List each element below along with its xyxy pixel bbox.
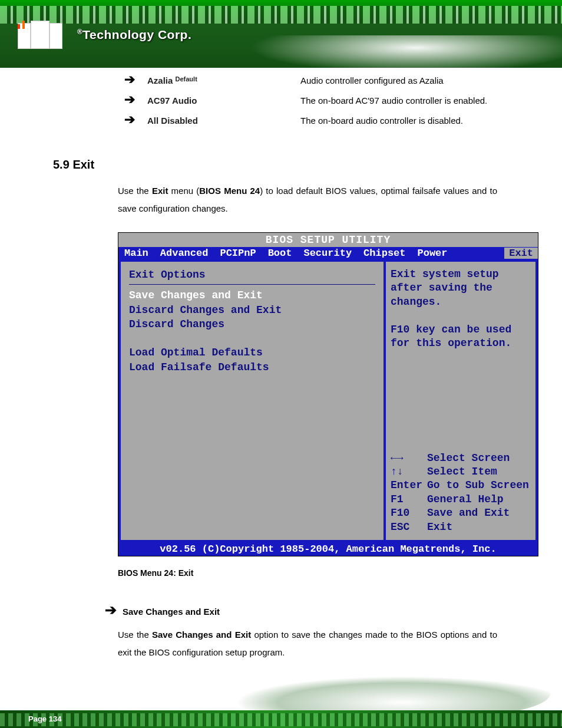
sub-option-heading: ➔ Save Changes and Exit [105,604,509,617]
arrows-lr-icon: ←→ [391,452,427,465]
bios-item-optimal[interactable]: Load Optimal Defaults [129,345,375,360]
option-row-disabled: ➔ All Disabled The on-board audio contro… [124,114,509,126]
sub-option-label: Save Changes and Exit [123,607,220,617]
bios-item-discard[interactable]: Discard Changes [129,317,375,331]
bios-screenshot: BIOS SETUP UTILITY Main Advanced PCIPnP … [118,232,538,556]
bios-menu-pcipnp[interactable]: PCIPnP [214,248,262,259]
header-banner: ®Technology Corp. [0,0,562,68]
logo-text: ®Technology Corp. [77,28,191,42]
figure-caption: BIOS Menu 24: Exit [118,568,509,578]
bios-item-save-exit[interactable]: Save Changes and Exit [129,288,375,302]
bios-help-text: Exit system setup after saving the chang… [391,268,531,350]
section-heading: 5.9 Exit [53,158,509,172]
circuit-decor [0,713,562,726]
option-desc: Audio controller configured as Azalia [300,75,444,85]
bios-blank-row [129,331,375,345]
bios-left-heading: Exit Options [129,268,375,285]
bios-menu-bar: Main Advanced PCIPnP Boot Security Chips… [118,247,538,259]
option-label: Azalia Default [147,75,300,85]
bios-footer: v02.56 (C)Copyright 1985-2004, American … [118,542,538,556]
sub-option-paragraph: Use the Save Changes and Exit option to … [118,626,497,661]
bios-body: Exit Options Save Changes and Exit Disca… [118,259,538,542]
footer-banner [0,666,562,728]
intro-paragraph: Use the Exit menu (BIOS Menu 24) to load… [118,182,497,218]
arrows-ud-icon: ↑↓ [391,465,427,479]
option-row-ac97: ➔ AC97 Audio The on-board AC'97 audio co… [124,94,509,106]
bios-menu-boot[interactable]: Boot [262,248,298,259]
bios-menu-exit[interactable]: Exit [504,248,538,259]
logo-iei-icon [18,21,74,49]
arrow-right-icon: ➔ [105,604,117,616]
bios-right-pane: Exit system setup after saving the chang… [386,262,535,540]
option-desc: The on-board AC'97 audio controller is e… [300,95,487,106]
logo: ®Technology Corp. [18,21,191,49]
option-label: AC97 Audio [147,95,300,106]
swoosh-decor [197,35,562,77]
option-desc: The on-board audio controller is disable… [300,116,463,126]
bios-menu-power[interactable]: Power [412,248,454,259]
bios-nav-help: ←→Select Screen ↑↓Select Item EnterGo to… [391,452,531,534]
bios-item-discard-exit[interactable]: Discard Changes and Exit [129,303,375,317]
bios-menu-advanced[interactable]: Advanced [154,248,214,259]
arrow-right-icon: ➔ [124,74,135,85]
page-number: Page 134 [28,714,61,723]
bios-left-pane: Exit Options Save Changes and Exit Disca… [121,262,384,540]
option-label: All Disabled [147,116,300,126]
bios-menu-chipset[interactable]: Chipset [358,248,411,259]
bios-item-failsafe[interactable]: Load Failsafe Defaults [129,360,375,374]
registered-icon: ® [77,28,82,36]
arrow-right-icon: ➔ [124,114,135,126]
arrow-right-icon: ➔ [124,94,135,106]
bios-title-bar: BIOS SETUP UTILITY [118,233,538,247]
bios-menu-main[interactable]: Main [118,248,154,259]
option-row-azalia: ➔ Azalia Default Audio controller config… [124,74,509,85]
bios-menu-security[interactable]: Security [297,248,358,259]
